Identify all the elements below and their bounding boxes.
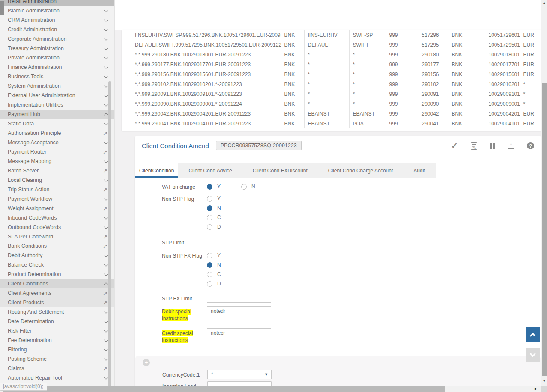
sidebar-item-credit-administration[interactable]: Credit Administration xyxy=(0,25,114,34)
radio-option-label: D xyxy=(217,224,221,230)
radio-option-c[interactable]: C xyxy=(207,270,221,279)
sidebar-scrollbar-thumb[interactable] xyxy=(108,81,111,392)
sidebar-item-private-administration[interactable]: Private Administration xyxy=(0,53,114,62)
table-row[interactable]: *.*.999.290177.BNK.10029017701.EUR-20091… xyxy=(122,59,541,69)
table-row[interactable]: *.*.999.290180.BNK.10029018001.EUR-20091… xyxy=(122,50,541,59)
chevron-down-icon xyxy=(104,140,108,144)
radio-option-y[interactable]: Y xyxy=(207,194,221,203)
sidebar-item-product-determination[interactable]: Product Determination xyxy=(0,270,114,279)
scrollbar-right-arrow-icon[interactable]: ▶ xyxy=(535,387,537,391)
sidebar-item-authorisation-principle[interactable]: Authorisation Principle↗ xyxy=(0,128,114,138)
sidebar-item-sla-per-codeword[interactable]: SLA Per Codeword↗ xyxy=(0,232,114,241)
sidebar-item-corporate-administration[interactable]: Corporate Administration xyxy=(0,34,114,44)
scroll-to-top-button[interactable] xyxy=(526,327,540,342)
upload-icon[interactable]: ↑ xyxy=(508,142,514,149)
sidebar-item-payment-hub[interactable]: Payment Hub xyxy=(0,110,114,119)
sidebar-item-label: Finance Administration xyxy=(8,64,105,70)
sidebar-item-inbound-codewords[interactable]: Inbound CodeWords xyxy=(0,213,114,223)
radio-unselected-icon xyxy=(207,253,212,258)
sidebar-item-static-data[interactable]: Static Data xyxy=(0,119,114,128)
sidebar-item-islamic-administration[interactable]: Islamic Administration xyxy=(0,6,114,15)
sidebar-item-finance-administration[interactable]: Finance Administration xyxy=(0,62,114,72)
chevron-down-icon xyxy=(104,178,108,182)
sidebar-item-automated-repair-tool[interactable]: Automated Repair Tool xyxy=(0,373,114,383)
input-credit[interactable] xyxy=(207,328,271,337)
tab-client-cond-advice[interactable]: Client Cond Advice xyxy=(178,163,242,178)
sidebar-item-treasury-administration[interactable]: Treasury Administration xyxy=(0,44,114,53)
tab-clientcondition[interactable]: ClientCondition xyxy=(135,163,178,178)
table-cell: 999 xyxy=(386,99,418,109)
radio-option-d[interactable]: D xyxy=(207,279,221,288)
sidebar-item-crm-administration[interactable]: CRM Administration xyxy=(0,15,114,25)
sidebar-item-system-administration[interactable]: System Administration xyxy=(0,81,114,91)
sidebar-item-weight-assignment[interactable]: Weight Assignment↗ xyxy=(0,204,114,213)
vertical-scrollbar-thumb[interactable] xyxy=(542,83,547,376)
edit-document-icon[interactable]: ✎ xyxy=(471,142,477,150)
tab-client-cond-fxdiscount[interactable]: Client Cond FXDiscount xyxy=(242,163,318,178)
sidebar-item-implementation-utilities[interactable]: Implementation Utilities xyxy=(0,100,114,110)
pause-icon[interactable] xyxy=(490,143,495,149)
input-stpfxlimit[interactable] xyxy=(207,294,271,303)
scroll-to-bottom-button[interactable] xyxy=(526,348,540,362)
sidebar-item-external-user-administration[interactable]: External User Administration xyxy=(0,91,114,100)
sidebar-item-batch-server[interactable]: Batch Server↗ xyxy=(0,166,114,175)
sidebar-item-client-products[interactable]: Client Products↗ xyxy=(0,298,114,307)
scrollbar-up-arrow-icon[interactable]: ▲ xyxy=(541,1,547,5)
tab-audit[interactable]: Audit xyxy=(403,163,435,178)
input-debit[interactable] xyxy=(207,306,271,315)
vertical-scrollbar[interactable]: ▲ xyxy=(541,0,547,386)
radio-option-label: Y xyxy=(217,252,221,258)
table-row[interactable]: DEFAULT.SWIFT.999.517295.BNK.10051729501… xyxy=(122,40,541,50)
sidebar-item-risk-filter[interactable]: Risk Filter xyxy=(0,326,114,336)
sidebar-item-client-agreements[interactable]: Client Agreements↗ xyxy=(0,288,114,298)
help-icon[interactable]: ? xyxy=(527,142,534,149)
table-row[interactable]: *.*.999.290102.BNK.10029010201.*-2009122… xyxy=(122,79,541,89)
sidebar-item-filtering[interactable]: Filtering xyxy=(0,345,114,354)
main-background xyxy=(115,0,541,30)
table-row[interactable]: *.*.999.290091.BNK.10029009101.*-2009122… xyxy=(122,89,541,99)
horizontal-scrollbar[interactable]: ▶ xyxy=(0,386,547,392)
table-cell: * xyxy=(520,79,541,89)
sidebar-item-posting-scheme[interactable]: Posting Scheme xyxy=(0,354,114,364)
sidebar-item-retail-administration[interactable]: Retail Administration xyxy=(0,0,114,6)
table-row[interactable]: *.*.999.290156.BNK.10029015601.EUR-20091… xyxy=(122,69,541,79)
scrollbar-down-arrow-icon[interactable]: ▼ xyxy=(541,379,547,383)
sidebar-item-trip-status-action[interactable]: Trip Status Action↗ xyxy=(0,185,114,194)
sidebar-item-client-conditions[interactable]: Client Conditions xyxy=(0,279,114,288)
sidebar-item-bank-conditions[interactable]: Bank Conditions↗ xyxy=(0,241,114,251)
sidebar-item-local-clearing[interactable]: Local Clearing xyxy=(0,175,114,185)
sidebar-item-fee-determination[interactable]: Fee Determination xyxy=(0,336,114,345)
radio-option-d[interactable]: D xyxy=(207,222,221,232)
sidebar-item-payment-workflow[interactable]: Payment Workflow xyxy=(0,194,114,204)
sidebar-item-debit-authority[interactable]: Debit Authority xyxy=(0,251,114,260)
sidebar-item-business-tools[interactable]: Business Tools xyxy=(0,72,114,81)
sidebar-item-date-determination[interactable]: Date Determination xyxy=(0,317,114,326)
table-row[interactable]: *.*.999.290090.BNK.10029009001.*-2009122… xyxy=(122,99,541,109)
chevron-down-icon xyxy=(104,27,108,31)
radio-option-c[interactable]: C xyxy=(207,213,221,222)
sidebar-item-claims[interactable]: Claims↗ xyxy=(0,364,114,373)
check-icon[interactable]: ✓ xyxy=(451,141,458,151)
sidebar-item-message-acceptance[interactable]: Message Acceptance xyxy=(0,138,114,147)
form-row-debit: Debit special instructions xyxy=(135,306,541,322)
table-row[interactable]: *.*.999.290042.BNK.10029004201.EUR-20091… xyxy=(122,109,541,119)
tab-client-cond-charge-account[interactable]: Client Cond Charge Account xyxy=(318,163,403,178)
sidebar-item-balance-check[interactable]: Balance Check xyxy=(0,260,114,270)
horizontal-scrollbar-thumb[interactable] xyxy=(3,386,445,392)
plus-icon[interactable]: + xyxy=(143,359,150,366)
sidebar-item-label: Implementation Utilities xyxy=(8,102,105,108)
radio-option-n[interactable]: N xyxy=(241,184,255,190)
table-row[interactable]: IINSEURHV.SWFSP.999.517296.BNK.100517296… xyxy=(122,30,541,40)
radio-option-y[interactable]: Y xyxy=(207,251,221,260)
table-row[interactable]: *.*.999.290041.BNK.10029004101.EUR-20091… xyxy=(122,119,541,128)
select-currencycode1[interactable]: *▼ xyxy=(207,370,272,379)
chevron-down-icon xyxy=(104,46,108,50)
radio-option-n[interactable]: N xyxy=(207,260,221,270)
input-stplimit[interactable] xyxy=(207,238,271,246)
sidebar-item-outbound-codewords[interactable]: Outbound CodeWords xyxy=(0,223,114,232)
radio-option-y[interactable]: Y xyxy=(207,184,221,190)
sidebar-item-payment-router[interactable]: Payment Router↗ xyxy=(0,147,114,157)
sidebar-item-routing-and-settlement[interactable]: Routing And Settlement xyxy=(0,307,114,317)
radio-option-n[interactable]: N xyxy=(207,203,221,213)
sidebar-item-message-mapping[interactable]: Message Mapping xyxy=(0,157,114,166)
